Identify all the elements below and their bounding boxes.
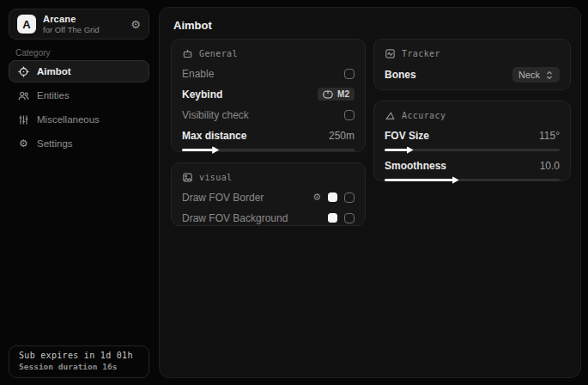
fov-size-slider-fill <box>385 149 408 151</box>
brand-title: Arcane <box>43 14 130 24</box>
app-window: A Arcane for Off The Grid ⚙ Category Aim… <box>0 0 588 385</box>
visual-card-header: visual <box>182 172 355 183</box>
fov-size-value: 115° <box>539 130 560 142</box>
sidebar-item-entities[interactable]: Entities <box>9 84 149 107</box>
sub-expiry-text: Sub expires in 1d 01h <box>19 351 139 360</box>
smoothness-row: Smoothness 10.0 <box>385 159 560 172</box>
draw-fov-border-label: Draw FOV Border <box>182 192 264 204</box>
smoothness-label: Smoothness <box>385 160 446 172</box>
brand-text: Arcane for Off The Grid <box>43 14 130 34</box>
smoothness-slider-thumb[interactable] <box>452 176 459 184</box>
draw-fov-background-checkbox[interactable] <box>344 213 355 223</box>
visual-card: visual Draw FOV Border ⚙ Draw FOV Backgr… <box>171 162 366 226</box>
fov-background-color-swatch[interactable] <box>328 213 337 223</box>
bones-label: Bones <box>385 69 416 81</box>
sliders-icon <box>18 114 29 125</box>
tracker-card: Tracker Bones Neck <box>373 39 571 90</box>
keybind-value: M2 <box>337 89 349 99</box>
draw-fov-border-controls: ⚙ <box>312 192 355 203</box>
sidebar-nav: Aimbot Entities Miscellaneous <box>9 60 149 156</box>
gear-icon: ⚙ <box>18 138 29 150</box>
brand-logo: A <box>17 15 36 34</box>
image-icon <box>182 172 193 183</box>
smoothness-value: 10.0 <box>540 160 560 172</box>
sidebar-item-label: Miscellaneous <box>37 114 100 125</box>
bones-selected-value: Neck <box>518 70 540 80</box>
fov-size-slider-thumb[interactable] <box>407 146 414 154</box>
visual-card-title: visual <box>199 173 233 182</box>
smoothness-slider[interactable] <box>385 179 560 181</box>
bones-row: Bones Neck <box>385 67 560 82</box>
tracker-card-title: Tracker <box>402 49 440 58</box>
enable-checkbox[interactable] <box>344 69 355 79</box>
keybind-label: Keybind <box>182 89 222 101</box>
category-label: Category <box>15 48 51 58</box>
sidebar-item-label: Settings <box>37 138 73 149</box>
accuracy-card-title: Accuracy <box>402 111 446 120</box>
fov-size-row: FOV Size 115° <box>385 129 560 142</box>
enable-row: Enable <box>182 67 355 80</box>
draw-fov-border-row: Draw FOV Border ⚙ <box>182 191 355 204</box>
brand-card: A Arcane for Off The Grid ⚙ <box>9 9 149 40</box>
general-card: General Enable Keybind M2 <box>171 39 366 152</box>
enable-label: Enable <box>182 68 214 80</box>
page-title: Aimbot <box>173 19 212 32</box>
visibility-check-checkbox[interactable] <box>344 110 355 120</box>
fov-size-label: FOV Size <box>385 130 429 142</box>
tracker-card-header: Tracker <box>385 48 560 59</box>
visibility-check-label: Visibility check <box>182 109 249 121</box>
main-panel: Aimbot General Enable Keybind <box>159 7 581 378</box>
users-icon <box>18 90 29 101</box>
draw-fov-background-label: Draw FOV Background <box>182 212 288 224</box>
max-distance-slider-fill <box>182 149 213 151</box>
sidebar-item-label: Entities <box>37 90 70 101</box>
session-duration-text: Session duration 16s <box>19 362 139 371</box>
sidebar-item-settings[interactable]: ⚙ Settings <box>9 132 149 155</box>
activity-icon <box>385 48 396 59</box>
subscription-card: Sub expires in 1d 01h Session duration 1… <box>9 345 149 378</box>
accuracy-card-header: Accuracy <box>385 110 560 121</box>
max-distance-slider-thumb[interactable] <box>212 146 219 154</box>
angle-icon <box>385 110 396 121</box>
fov-border-color-swatch[interactable] <box>328 192 337 202</box>
keybind-badge[interactable]: M2 <box>318 88 355 101</box>
crosshair-icon <box>18 66 29 77</box>
gear-icon[interactable]: ⚙ <box>130 19 141 30</box>
general-card-title: General <box>199 49 238 58</box>
bot-icon <box>182 48 193 59</box>
accuracy-card: Accuracy FOV Size 115° Smoothness 10.0 <box>373 101 571 181</box>
draw-fov-background-controls <box>328 213 355 223</box>
gear-icon[interactable]: ⚙ <box>312 192 321 202</box>
max-distance-slider[interactable] <box>182 149 355 151</box>
brand-subtitle: for Off The Grid <box>43 25 130 34</box>
draw-fov-border-checkbox[interactable] <box>344 192 355 203</box>
sidebar-item-label: Aimbot <box>37 66 71 76</box>
fov-size-slider[interactable] <box>385 149 560 151</box>
general-card-header: General <box>182 48 355 59</box>
max-distance-value: 250m <box>329 130 355 142</box>
sidebar-item-aimbot[interactable]: Aimbot <box>9 60 149 82</box>
max-distance-label: Max distance <box>182 130 246 142</box>
sidebar-item-miscellaneous[interactable]: Miscellaneous <box>9 108 149 131</box>
keybind-row: Keybind M2 <box>182 88 355 101</box>
smoothness-slider-fill <box>385 179 453 181</box>
draw-fov-background-row: Draw FOV Background <box>182 211 355 224</box>
chevrons-up-down-icon <box>545 70 554 80</box>
bones-select[interactable]: Neck <box>512 67 560 82</box>
max-distance-row: Max distance 250m <box>182 129 355 142</box>
visibility-check-row: Visibility check <box>182 108 355 121</box>
mouse-icon <box>323 90 333 99</box>
